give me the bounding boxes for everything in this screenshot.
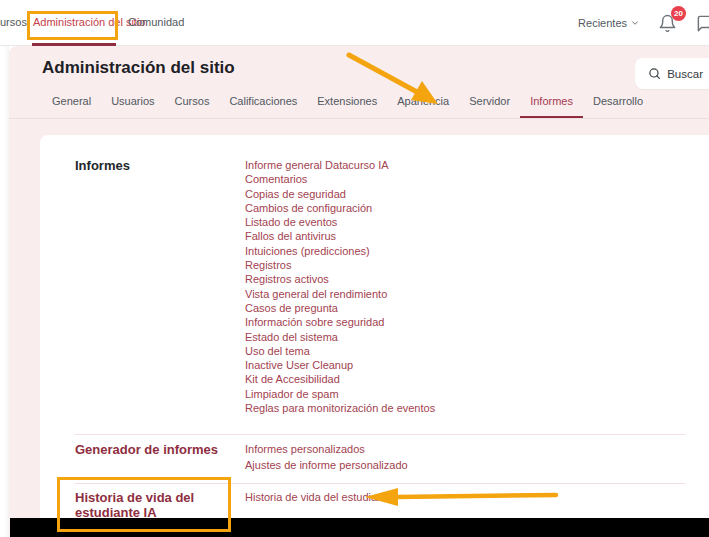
notification-count-badge: 20 (671, 6, 686, 21)
link-casos-de-pregunta[interactable]: Casos de pregunta (245, 301, 709, 315)
active-nav-underline (32, 43, 116, 46)
section-generador-de-informes: Generador de informes Informes personali… (40, 435, 709, 474)
link-kit-de-accesibilidad[interactable]: Kit de Accesibilidad (245, 372, 709, 386)
admin-tabs: General Usuarios Cursos Calificaciones E… (9, 92, 709, 119)
section-historia-de-vida: Historia de vida del estudiante IA Histo… (40, 484, 709, 520)
link-cambios-de-configuracion[interactable]: Cambios de configuración (245, 201, 709, 215)
navbar-right-cluster: Recientes 20 (578, 0, 709, 46)
link-estado-del-sistema[interactable]: Estado del sistema (245, 330, 709, 344)
historia-links: Historia de vida del estudiante (245, 490, 709, 520)
chat-icon (696, 14, 709, 33)
notifications-button[interactable]: 20 (656, 12, 678, 34)
drawer-edge (0, 46, 9, 537)
link-listado-de-eventos[interactable]: Listado de eventos (245, 215, 709, 229)
search-button[interactable]: Buscar (635, 58, 709, 89)
messages-button[interactable] (694, 12, 709, 34)
nav-item-courses[interactable]: ursos (0, 16, 27, 28)
section-heading-informes: Informes (75, 158, 245, 415)
link-reglas-monitorizacion-eventos[interactable]: Reglas para monitorización de eventos (245, 401, 709, 415)
link-registros-activos[interactable]: Registros activos (245, 272, 709, 286)
link-informe-general-datacurso-ia[interactable]: Informe general Datacurso IA (245, 158, 709, 172)
link-fallos-del-antivirus[interactable]: Fallos del antivirus (245, 229, 709, 243)
section-informes: Informes Informe general Datacurso IA Co… (40, 135, 709, 415)
link-historia-de-vida-del-estudiante[interactable]: Historia de vida del estudiante (245, 490, 709, 506)
link-ajustes-de-informe-personalizado[interactable]: Ajustes de informe personalizado (245, 458, 709, 474)
tab-usuarios[interactable]: Usuarios (101, 92, 164, 116)
tab-apariencia[interactable]: Apariencia (387, 92, 459, 116)
tab-calificaciones[interactable]: Calificaciones (219, 92, 307, 116)
settings-card: Informes Informe general Datacurso IA Co… (40, 135, 709, 518)
search-label: Buscar (667, 68, 703, 80)
link-comentarios[interactable]: Comentarios (245, 172, 709, 186)
link-uso-del-tema[interactable]: Uso del tema (245, 344, 709, 358)
chevron-down-icon (630, 18, 640, 28)
recents-label: Recientes (578, 17, 627, 29)
bottom-black-bar (10, 518, 709, 537)
tab-desarrollo[interactable]: Desarrollo (583, 92, 653, 116)
tab-servidor[interactable]: Servidor (459, 92, 520, 116)
recents-dropdown[interactable]: Recientes (578, 17, 640, 29)
link-copias-de-seguridad[interactable]: Copias de seguridad (245, 187, 709, 201)
page-title: Administración del sitio (42, 58, 235, 78)
link-registros[interactable]: Registros (245, 258, 709, 272)
section-heading-historia-de-vida: Historia de vida del estudiante IA (75, 490, 245, 520)
tab-extensiones[interactable]: Extensiones (307, 92, 387, 116)
nav-item-community[interactable]: Comunidad (128, 16, 184, 28)
link-inactive-user-cleanup[interactable]: Inactive User Cleanup (245, 358, 709, 372)
search-icon (648, 67, 661, 80)
informes-links: Informe general Datacurso IA Comentarios… (245, 158, 709, 415)
generador-links: Informes personalizados Ajustes de infor… (245, 442, 709, 474)
link-limpiador-de-spam[interactable]: Limpiador de spam (245, 387, 709, 401)
screen: ursos Administración del sitio Comunidad… (0, 0, 709, 537)
top-navbar: ursos Administración del sitio Comunidad… (0, 0, 709, 46)
tab-informes[interactable]: Informes (520, 92, 583, 118)
link-informacion-sobre-seguridad[interactable]: Información sobre seguridad (245, 315, 709, 329)
section-heading-generador-de-informes: Generador de informes (75, 442, 245, 474)
link-informes-personalizados[interactable]: Informes personalizados (245, 442, 709, 458)
link-vista-general-del-rendimiento[interactable]: Vista general del rendimiento (245, 287, 709, 301)
link-intuiciones-predicciones[interactable]: Intuiciones (predicciones) (245, 244, 709, 258)
tab-cursos[interactable]: Cursos (165, 92, 220, 116)
tab-general[interactable]: General (42, 92, 101, 116)
